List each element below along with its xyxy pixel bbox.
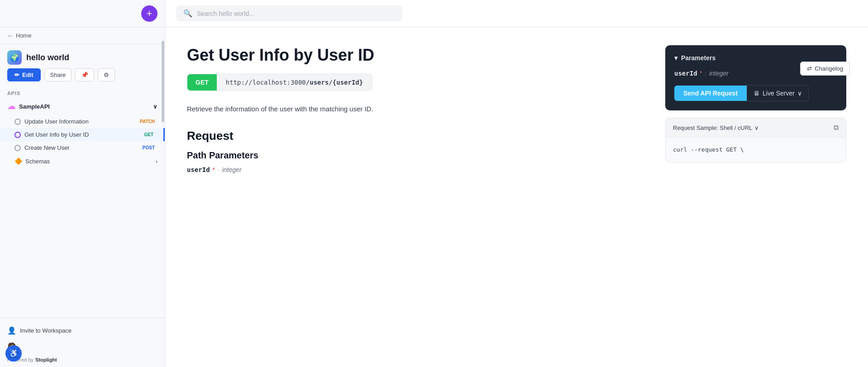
nav-item-label: Create New User — [24, 144, 70, 151]
workspace-emoji: 🌍 — [10, 53, 19, 62]
url-method-badge: GET — [187, 74, 217, 91]
changelog-icon: ⇄ — [807, 65, 812, 72]
api-group-left: ☁ SampleAPI — [7, 101, 50, 111]
schemas-icon: 🔶 — [14, 157, 22, 165]
chevron-down-icon: ∨ — [754, 124, 759, 131]
copy-code-button[interactable]: ⧉ — [834, 124, 839, 132]
nav-item-icon — [14, 119, 21, 125]
user-profile-item[interactable]: 🧑 — [7, 338, 157, 354]
request-sample-header: Request Sample: Shell / cURL ∨ ⧉ — [666, 118, 846, 138]
method-badge-post: POST — [140, 144, 157, 151]
scrollbar-track — [161, 36, 165, 367]
edit-icon: ✏ — [14, 71, 19, 78]
invite-label: Invite to Workspace — [20, 327, 72, 334]
nav-item-label: Get User Info by User ID — [24, 131, 89, 138]
sidebar: + ← Home 🌍 hello world ✏ Edit Share 📌 ⚙ … — [0, 0, 165, 367]
scrollbar-thumb[interactable] — [162, 41, 164, 122]
invite-icon: 👤 — [7, 326, 16, 335]
chevron-down-icon: ∨ — [797, 90, 802, 97]
method-badge-patch: PATCH — [137, 118, 157, 125]
section-path-params-title: Path Parameters — [187, 150, 647, 161]
params-asterisk: * — [700, 70, 702, 76]
search-box[interactable]: 🔍 Search hello world... — [176, 5, 402, 21]
main-content: 🔍 Search hello world... ⇄ Changelog Get … — [165, 0, 868, 367]
request-sample-selector[interactable]: Request Sample: Shell / cURL ∨ — [673, 124, 759, 131]
accessibility-icon: ♿ — [9, 348, 19, 358]
code-block: curl --request GET \ — [666, 138, 846, 162]
settings-button[interactable]: ⚙ — [98, 68, 115, 81]
workspace-header: 🌍 hello world — [0, 44, 165, 68]
powered-by: Powered by Stoplight — [7, 354, 157, 362]
parameters-panel: ▾ Parameters userId * : integer Send API… — [665, 45, 846, 110]
apis-section-label: APIS — [0, 87, 165, 98]
content-left: Get User Info by User ID GET http://loca… — [187, 45, 647, 349]
changelog-label: Changelog — [815, 65, 843, 72]
api-group-sampleapi: ☁ SampleAPI ∨ Update User Information PA… — [0, 98, 165, 168]
main-body: Get User Info by User ID GET http://loca… — [165, 27, 868, 367]
method-badge-get: GET — [141, 131, 156, 138]
endpoint-title: Get User Info by User ID — [187, 45, 647, 65]
params-panel-header: ▾ Parameters — [674, 54, 837, 62]
request-sample-label: Request Sample: Shell / cURL — [673, 124, 753, 131]
chevron-down-icon: ∨ — [153, 103, 157, 110]
top-bar: 🔍 Search hello world... — [165, 0, 868, 27]
api-group-header[interactable]: ☁ SampleAPI ∨ — [0, 98, 165, 115]
sidebar-item-schemas[interactable]: 🔶 Schemas › — [0, 154, 165, 168]
url-bar: GET http://localhost:3000/users/{userId} — [187, 74, 372, 91]
search-placeholder: Search hello world... — [197, 10, 254, 17]
content-right: ▾ Parameters userId * : integer Send API… — [665, 45, 846, 349]
search-icon: 🔍 — [183, 9, 192, 18]
api-cloud-icon: ☁ — [7, 101, 15, 111]
share-button[interactable]: Share — [44, 68, 72, 81]
params-key: userId — [674, 70, 697, 77]
url-path: http://localhost:3000/users/{userId} — [217, 74, 372, 91]
server-icon: 🖥 — [754, 90, 760, 97]
pin-button[interactable]: 📌 — [75, 68, 94, 81]
nav-item-icon — [14, 145, 21, 151]
back-home-link[interactable]: ← Home — [0, 28, 165, 44]
panel-actions: Send API Request 🖥 Live Server ∨ — [674, 85, 837, 101]
params-panel-title: Parameters — [681, 54, 715, 62]
api-group-name: SampleAPI — [19, 103, 50, 110]
nav-section: ☁ SampleAPI ∨ Update User Information PA… — [0, 98, 165, 318]
params-value-type: integer — [709, 70, 729, 77]
nav-item-icon — [14, 132, 21, 138]
code-line-1: curl --request GET \ — [673, 146, 744, 153]
back-arrow-icon: ← — [7, 32, 13, 39]
live-server-button[interactable]: 🖥 Live Server ∨ — [747, 85, 809, 101]
sidebar-item-update-user[interactable]: Update User Information PATCH — [0, 115, 165, 128]
param-required-star: * — [213, 166, 215, 173]
nav-item-label: Update User Information — [24, 118, 89, 125]
section-request-title: Request — [187, 129, 647, 143]
sidebar-item-get-user[interactable]: Get User Info by User ID GET — [0, 128, 165, 141]
brand-name: Stoplight — [35, 357, 57, 362]
schemas-label: Schemas — [25, 158, 50, 165]
add-button[interactable]: + — [141, 5, 157, 22]
edit-button[interactable]: ✏ Edit — [7, 68, 41, 81]
chevron-down-icon: ▾ — [674, 54, 677, 62]
sidebar-footer: 👤 Invite to Workspace 🧑 Powered by Stopl… — [0, 318, 165, 367]
sidebar-top: + — [0, 0, 165, 28]
send-api-request-button[interactable]: Send API Request — [674, 86, 747, 101]
action-buttons: ✏ Edit Share 📌 ⚙ — [0, 68, 165, 87]
back-home-label: Home — [16, 32, 32, 39]
param-row-userid: userId * · integer — [187, 166, 647, 173]
workspace-icon: 🌍 — [7, 50, 22, 65]
url-path-param: /users/{userId} — [306, 79, 363, 86]
accessibility-button[interactable]: ♿ — [5, 345, 22, 362]
param-name: userId — [187, 166, 210, 173]
sidebar-item-create-user[interactable]: Create New User POST — [0, 141, 165, 154]
changelog-button[interactable]: ⇄ Changelog — [800, 62, 850, 76]
endpoint-description: Retrieve the information of the user wit… — [187, 104, 440, 114]
workspace-name: hello world — [26, 53, 69, 62]
chevron-right-icon: › — [156, 158, 157, 165]
param-type: integer — [222, 166, 242, 173]
live-server-label: Live Server — [763, 90, 795, 97]
request-sample-panel: Request Sample: Shell / cURL ∨ ⧉ curl --… — [665, 118, 846, 162]
invite-to-workspace[interactable]: 👤 Invite to Workspace — [7, 323, 157, 338]
